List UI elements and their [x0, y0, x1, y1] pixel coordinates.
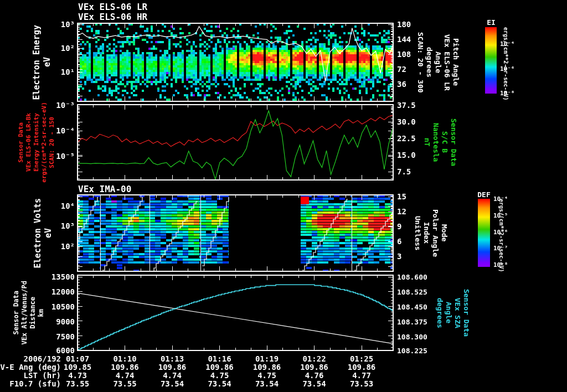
table-value: 4.74 — [163, 371, 182, 380]
els-right-tick: 180 — [397, 20, 411, 29]
els-right-label-line: Angle — [434, 51, 442, 73]
mag-right-tick: 15.0 — [397, 151, 416, 159]
els-right-tick: 144 — [397, 35, 411, 44]
orbit-left-label-line: Distance — [29, 297, 37, 329]
orbit-right-tick: 108.450 — [397, 303, 427, 311]
ima-right-label-line: Unitless — [414, 216, 422, 251]
els-left-label-line: eV — [42, 57, 52, 67]
table-row-label-lst: LST (hr) — [0, 371, 61, 380]
orbit-right-tick: 108.375 — [397, 318, 427, 326]
els-title-lr: VEx ELS-06 LR — [78, 2, 147, 12]
ima-left-label-line: Electron Volts — [33, 198, 43, 268]
orbit-left-label-line: Sensor Data — [12, 291, 20, 334]
orbit-left-label-line: VEx Alt/Venus/Pd — [20, 281, 28, 345]
orbit-left-axis-label: Sensor DataVEx Alt/Venus/PdDistancekm — [12, 275, 45, 350]
ima-right-tick: 3 — [397, 252, 401, 261]
els-colorbar-unit: ergs/(cm**2-sr-sec-eV) — [503, 27, 509, 94]
table-value: 109.86 — [111, 363, 139, 372]
els-colorbar-tick: 10⁻⁶ — [500, 65, 515, 72]
time-tick-label: 01:10 — [113, 354, 136, 363]
table-value: 4.75 — [257, 371, 276, 380]
ima-left-label-line: eV — [43, 228, 53, 238]
mag-right-label-line: S/C B — [441, 131, 449, 153]
ima-right-tick: 6 — [397, 237, 401, 246]
orbit-right-label-line: Sensor Data — [462, 289, 471, 337]
table-value: 109.86 — [253, 363, 281, 372]
els-right-label-line: SCAN: 20 - 300 — [416, 32, 425, 93]
time-tick-label: 01:16 — [208, 354, 231, 363]
table-row-label-f107: F10.7 (sfu) — [0, 379, 61, 388]
ima-right-label-line: Index — [422, 222, 431, 244]
ima-right-tick: 15 — [397, 192, 406, 201]
table-value: 109.86 — [348, 363, 376, 372]
table-value: 73.53 — [350, 379, 373, 388]
els-right-tick: 36 — [397, 80, 406, 89]
orbit-right-tick: 108.300 — [397, 333, 427, 341]
els-colorbar-tick: 10⁻⁴ — [500, 40, 515, 48]
ima-colorbar-tick: 10⁻⁷ — [493, 245, 508, 252]
els-right-tick: 108 — [397, 50, 411, 59]
mag-left-label-line: VEx ELS-06 LR-Bk — [25, 113, 32, 172]
ima-right-axis-label: ModePolar AngleIndexUnitless — [414, 195, 449, 271]
table-value: 109.85 — [64, 363, 92, 372]
ima-left-axis-label: Electron VoltseV — [33, 195, 53, 271]
table-value: 73.54 — [161, 379, 184, 388]
orbit-left-label-line: km — [37, 309, 45, 317]
ima-red-marker — [301, 197, 309, 204]
table-value: 4.73 — [68, 371, 87, 380]
mag-left-label-line: SCAN: 20 - 150 — [48, 117, 55, 168]
els-right-label-line: degrees — [425, 47, 434, 78]
table-value: 4.74 — [116, 371, 135, 380]
mag-left-label-line: Sensor Data — [17, 122, 24, 163]
time-tick-label: 01:19 — [255, 354, 279, 363]
orbit-right-tick: 108.600 — [397, 273, 427, 281]
table-value: 73.54 — [255, 379, 279, 388]
mag-right-label-line: Nanotesla — [432, 123, 440, 162]
table-value: 109.86 — [205, 363, 234, 372]
ima-title: VEx IMA-00 — [78, 184, 131, 194]
ima-colorbar-tick: 10⁻⁸ — [493, 261, 508, 269]
els-colorbar — [485, 27, 497, 94]
ima-colorbar-tick: 10⁻⁴ — [493, 195, 508, 203]
table-value: 73.54 — [208, 379, 231, 388]
els-right-tick: 72 — [397, 65, 406, 74]
table-value: 73.55 — [113, 379, 136, 388]
orbit-right-label-line: VEx SZA — [453, 298, 462, 328]
orbit-right-axis-label: Sensor DataVEx SZAAngledegrees — [436, 275, 471, 350]
ima-right-label-line: Polar Angle — [431, 209, 440, 257]
mag-right-label-line: nT — [423, 138, 431, 147]
els-right-label-line: VEx ELS-06 LR — [443, 34, 451, 91]
els-right-axis-label: Pitch AngleVEx ELS-06 LRAngledegreesSCAN… — [416, 23, 460, 101]
orbit-right-label-line: Angle — [445, 302, 453, 323]
orbit-right-tick: 108.525 — [397, 288, 427, 296]
table-value: 4.76 — [305, 371, 324, 380]
orbit-right-label-line: degrees — [436, 298, 444, 328]
mag-right-tick: 37.5 — [397, 101, 416, 110]
mag-left-label-line: Energy Intensity — [33, 113, 40, 172]
mag-right-axis-label: Sensor DataS/C BNanoteslanT — [423, 105, 458, 180]
els-right-label-line: Pitch Angle — [452, 38, 460, 86]
ima-right-tick: 9 — [397, 222, 401, 231]
els-title-hr: VEx ELS-06 HR — [78, 12, 147, 22]
ima-colorbar-title: DEF — [477, 190, 490, 199]
date-label: 2006/192 — [0, 354, 61, 363]
table-value: 4.75 — [210, 371, 229, 380]
table-value: 109.86 — [300, 363, 328, 372]
ima-colorbar — [478, 199, 490, 267]
vex-quicklook-plot-window: VEx ELS-06 LR VEx ELS-06 HR VEx IMA-00 E… — [0, 0, 567, 392]
table-value: 4.77 — [352, 371, 371, 380]
els-colorbar-tick: 10⁻⁸ — [500, 90, 515, 97]
mag-right-tick: 30.0 — [397, 117, 416, 126]
ima-right-label-line: Mode — [440, 224, 449, 241]
ima-colorbar-tick: 10⁻⁶ — [493, 229, 508, 236]
time-tick-label: 01:13 — [161, 354, 184, 363]
time-tick-label: 01:22 — [302, 354, 326, 363]
mag-left-label-line: ergs/(cm**2-sr-sec-eV) — [40, 102, 48, 183]
mag-right-label-line: Sensor Data — [450, 118, 458, 166]
els-left-label-line: Electron Energy — [32, 25, 42, 100]
els-colorbar-title: EI — [487, 18, 496, 27]
ima-colorbar-tick: 10⁻⁵ — [493, 212, 508, 219]
time-tick-label: 01:25 — [350, 354, 373, 363]
mag-right-tick: 7.5 — [397, 167, 411, 176]
time-tick-label: 01:07 — [66, 354, 89, 363]
